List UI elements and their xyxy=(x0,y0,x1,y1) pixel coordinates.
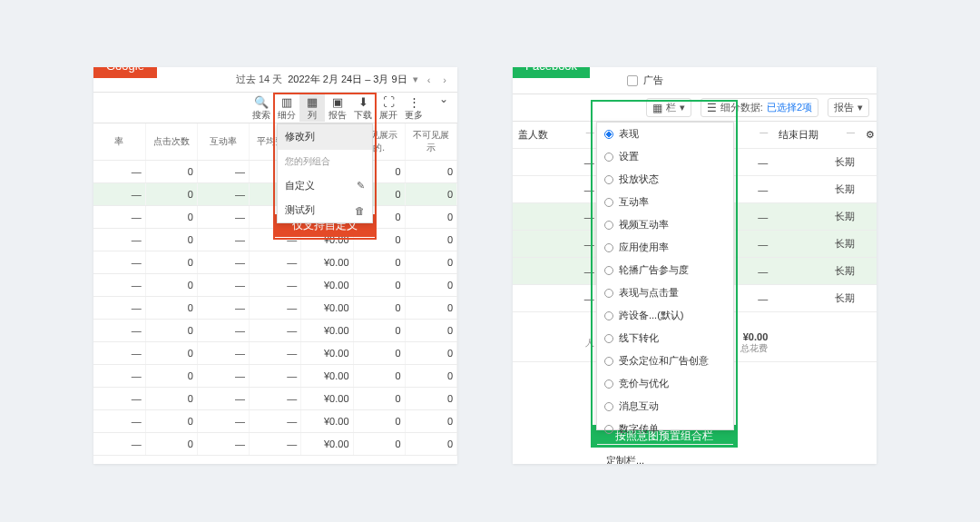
trash-icon[interactable]: 🗑 xyxy=(355,205,365,216)
preset-option-label: 轮播广告参与度 xyxy=(619,263,689,277)
table-cell: — xyxy=(93,297,145,320)
table-cell: — xyxy=(197,388,249,410)
table-cell: — xyxy=(250,320,301,342)
preset-option-label: 表现 xyxy=(619,127,639,141)
table-cell: — xyxy=(250,342,301,365)
preset-option[interactable]: 表现与点击量 xyxy=(597,281,733,304)
breakdown-button[interactable]: ☰ 细分数据: 已选择2项 xyxy=(701,98,818,117)
toolbar-segment[interactable]: ▥ 细分 xyxy=(274,93,299,122)
table-cell: — xyxy=(250,251,301,274)
toolbar-columns[interactable]: ▦ 列 xyxy=(299,93,325,122)
radio-icon xyxy=(604,221,613,230)
facebook-panel: Facebook 广告 ▦ 栏 ▾ ☰ 细分数据: 已选择2项 报告 ▾ 盖人数… xyxy=(513,67,877,464)
table-row[interactable]: —0——¥0.0000 xyxy=(93,161,457,183)
radio-icon xyxy=(604,311,613,320)
facebook-column-header[interactable]: 盖人数— xyxy=(513,122,600,149)
table-row[interactable]: —0——¥0.0000 xyxy=(93,365,457,388)
table-cell: ¥0.00 xyxy=(301,320,353,342)
table-cell: 0 xyxy=(145,161,197,183)
table-row[interactable]: —0——¥0.0000 xyxy=(93,433,457,456)
table-row[interactable]: —0——¥0.0000 xyxy=(93,342,457,365)
table-row[interactable]: —0——¥0.0000 xyxy=(93,183,457,206)
preset-option[interactable]: 设置 xyxy=(597,145,733,168)
table-row[interactable]: —0——¥0.0000 xyxy=(93,320,457,342)
menu-test-label: 测试列 xyxy=(285,203,315,217)
table-cell: 长期 xyxy=(773,258,860,285)
preset-option[interactable]: 竞价与优化 xyxy=(597,372,733,395)
radio-icon xyxy=(604,357,613,366)
google-column-header[interactable]: 点击次数 xyxy=(145,123,197,161)
menu-modify-columns[interactable]: 修改列 xyxy=(278,124,372,149)
preset-option[interactable]: 表现 xyxy=(597,123,733,145)
more-icon: ⋮ xyxy=(408,96,419,108)
table-row[interactable]: —0——¥0.0000 xyxy=(93,410,457,433)
preset-option[interactable]: 消息互动 xyxy=(597,395,733,418)
preset-option-label: 互动率 xyxy=(619,195,649,209)
toolbar-columns-label: 列 xyxy=(308,109,317,122)
google-column-header[interactable]: 不可见展示 xyxy=(405,123,456,161)
table-cell: — xyxy=(250,297,301,320)
table-cell: 0 xyxy=(405,206,456,229)
toolbar-more[interactable]: ⋮ 更多 xyxy=(401,93,426,122)
table-row[interactable]: —0——¥0.0000 xyxy=(93,251,457,274)
segment-icon: ▥ xyxy=(281,96,292,108)
toolbar-expand[interactable]: ⛶ 展开 xyxy=(376,93,401,122)
toolbar-expand-label: 展开 xyxy=(379,109,397,122)
date-range[interactable]: 2022年 2月 24日 – 3月 9日 xyxy=(288,73,407,86)
dropdown-icon[interactable]: ▾ xyxy=(413,74,418,85)
menu-custom-label: 自定义 xyxy=(285,179,315,192)
table-cell: 0 xyxy=(145,388,197,410)
google-column-header[interactable]: 互动率 xyxy=(197,123,249,161)
table-cell: ¥0.00 xyxy=(301,251,353,274)
table-cell: 0 xyxy=(405,297,456,320)
menu-test-column[interactable]: 测试列 🗑 xyxy=(278,198,372,222)
table-cell: — xyxy=(197,206,249,229)
columns-button[interactable]: ▦ 栏 ▾ xyxy=(646,98,691,117)
table-cell: 0 xyxy=(353,433,405,456)
report-button[interactable]: 报告 ▾ xyxy=(828,98,869,117)
preset-option[interactable]: 投放状态 xyxy=(597,168,733,191)
table-cell: — xyxy=(93,320,145,342)
preset-option-label: 设置 xyxy=(619,150,639,163)
facebook-actions-bar: ▦ 栏 ▾ ☰ 细分数据: 已选择2项 报告 ▾ xyxy=(513,94,877,122)
edit-icon[interactable]: ✎ xyxy=(357,180,365,192)
prev-period-button[interactable]: ‹ xyxy=(424,74,435,85)
table-row[interactable]: —0——¥0.0000 xyxy=(93,388,457,410)
table-cell: 0 xyxy=(353,320,405,342)
preset-option[interactable]: 跨设备...(默认) xyxy=(597,304,733,327)
preset-option[interactable]: 轮播广告参与度 xyxy=(597,259,733,281)
table-row[interactable]: —0——¥0.0000 xyxy=(93,274,457,297)
table-cell: 0 xyxy=(405,388,456,410)
next-period-button[interactable]: › xyxy=(439,74,450,85)
table-cell: 0 xyxy=(353,410,405,433)
toolbar-report-label: 报告 xyxy=(328,109,347,122)
customize-columns[interactable]: 定制栏... xyxy=(597,448,733,464)
toolbar-search[interactable]: 🔍 搜索 xyxy=(249,93,274,122)
radio-icon xyxy=(604,130,613,139)
table-row[interactable]: —0——¥0.0000 xyxy=(93,297,457,320)
toolbar-download[interactable]: ⬇ 下载 xyxy=(350,93,376,122)
radio-icon xyxy=(604,243,613,252)
table-cell: 0 xyxy=(145,206,197,229)
menu-custom[interactable]: 自定义 ✎ xyxy=(278,173,372,198)
preset-option[interactable]: 线下转化 xyxy=(597,327,733,350)
preset-option[interactable]: 应用使用率 xyxy=(597,236,733,259)
preset-option[interactable]: 互动率 xyxy=(597,191,733,213)
collapse-toolbar-button[interactable]: ⌄ xyxy=(436,93,452,105)
radio-icon xyxy=(604,198,613,207)
select-all-checkbox[interactable] xyxy=(627,75,638,86)
table-cell: — xyxy=(513,258,600,285)
google-column-header[interactable]: 率 xyxy=(93,123,145,161)
settings-column[interactable]: ⚙ xyxy=(860,122,877,149)
toolbar-report[interactable]: ▣ 报告 xyxy=(325,93,350,122)
table-cell: 0 xyxy=(145,410,197,433)
table-cell xyxy=(860,258,877,285)
table-cell: 0 xyxy=(405,410,456,433)
table-cell xyxy=(860,285,877,312)
preset-option[interactable]: 数字传单 xyxy=(597,418,733,440)
toolbar-more-label: 更多 xyxy=(405,109,423,122)
menu-modify-label: 修改列 xyxy=(285,130,315,143)
preset-option[interactable]: 受众定位和广告创意 xyxy=(597,350,733,372)
preset-option[interactable]: 视频互动率 xyxy=(597,213,733,236)
facebook-column-header[interactable]: 结束日期— xyxy=(773,122,860,149)
